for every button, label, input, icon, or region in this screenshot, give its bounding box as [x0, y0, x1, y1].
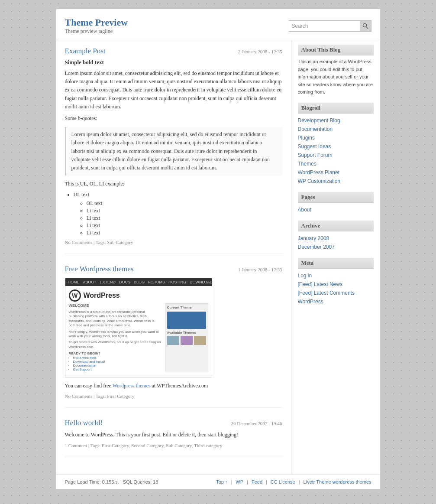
sidebar-about-text: This is an example of a WordPress page, … [298, 58, 374, 96]
wp-get-started: To get started with WordPress, set it up… [69, 340, 161, 349]
sidebar-item-wp-customization: WP Customization [298, 177, 374, 185]
post-bquote-intro: Some b-quotes: [65, 114, 282, 123]
post-bold-text: Simple bold text [65, 59, 282, 66]
footer-right: Top ↑ | WP | Feed | CC License | Livetr … [216, 479, 371, 484]
footer-feed-link[interactable]: Feed [252, 479, 262, 484]
sidebar-item-plugins: Plugins [298, 133, 374, 142]
sidebar-item-themes: Themes [298, 159, 374, 168]
wp-available-themes-label: Available Themes [167, 331, 206, 335]
sidebar-about-heading: About This Blog [298, 45, 374, 55]
list-item-li-2: Li text [87, 215, 282, 221]
sidebar-archive-section: Archive January 2008 December 2007 [298, 221, 374, 251]
wp-nav-forums: FORUMS [148, 280, 165, 284]
sidebar-pages-list: About [298, 205, 374, 214]
sidebar-pages-heading: Pages [298, 192, 374, 203]
sidebar-pages-section: Pages About [298, 192, 374, 214]
post-date-example: 2 January 2008 - 12:35 [238, 49, 282, 54]
sidebar-meta-section: Meta Log in [Feed] Latest News [Feed] La… [298, 258, 374, 306]
sidebar-blogroll-list: Development Blog Documentation Plugins S… [298, 116, 374, 185]
post-meta-example: No Comments | Tags: Sub Category [65, 240, 282, 245]
site-title: Theme Preview [65, 17, 128, 28]
sidebar-item-jan-2008: January 2008 [298, 234, 374, 243]
wp-ready-heading: READY TO BEGIN? [69, 351, 161, 356]
sidebar-about-section: About This Blog This is an example of a … [298, 45, 374, 96]
post-link-wp-themes[interactable]: Wordpress themes [113, 383, 151, 389]
post-hello-world: Hello world! 26 December 2007 - 19:46 We… [65, 419, 282, 457]
wp-welcome-heading: WELCOME [69, 303, 161, 309]
footer-top-link[interactable]: Top ↑ [216, 479, 227, 484]
post-example: Example Post 2 January 2008 - 12:35 Simp… [65, 47, 282, 254]
post-title-example[interactable]: Example Post [65, 47, 106, 55]
post-body-themes: You can easy find free Wordpress themes … [65, 382, 282, 390]
post-ul: UL text OL text Li text Li text Li text … [74, 192, 282, 236]
sidebar-item-support-forum: Support Forum [298, 151, 374, 159]
post-meta-hello: 1 Comment | Tags: First Category, Second… [65, 443, 282, 448]
svg-line-1 [366, 27, 368, 29]
post-body-after-link: at WPThemesArchive.com [151, 383, 208, 389]
sidebar-blogroll-heading: Blogroll [298, 103, 374, 114]
wp-body-text2: More simply, WordPress is what you use w… [69, 330, 161, 339]
post-ol: OL text Li text Li text Li text Li text [87, 200, 282, 236]
sidebar-item-about: About [298, 205, 374, 214]
post-body-example: Lorem ipsum dolor sit amet, consectetur … [65, 69, 282, 111]
wp-logo-circle: W [69, 289, 81, 302]
footer-wp-link[interactable]: WP [236, 479, 243, 484]
post-free-themes: Free Wordpress themes 1 January 2008 - 1… [65, 265, 282, 408]
site-tagline: Theme preview tagline [65, 28, 128, 35]
wp-nav-download: DOWNLOAD [190, 280, 212, 284]
sidebar-item-wp-planet: WordPress Planet [298, 168, 374, 177]
post-list-intro: This is UL, OL, LI example: [65, 180, 282, 188]
post-date-themes: 1 January 2008 - 12:33 [238, 267, 282, 272]
post-date-hello: 26 December 2007 - 19:46 [231, 421, 282, 426]
footer-cc-link[interactable]: CC License [271, 479, 295, 484]
sidebar-item-suggest-ideas: Suggest Ideas [298, 142, 374, 151]
list-item-li-1: Li text [87, 208, 282, 214]
wp-nav-blog: BLOG [134, 280, 145, 284]
list-item-ul: UL text [74, 192, 282, 198]
sidebar-archive-heading: Archive [298, 221, 374, 231]
svg-point-0 [363, 23, 367, 27]
sidebar-meta-heading: Meta [298, 258, 374, 269]
footer-load-time: Page Load Time: 0.155 s. | SQL Queries: … [65, 479, 158, 484]
wp-nav-extend: EXTEND [100, 280, 116, 284]
wp-current-theme-label: Current Theme [167, 306, 206, 310]
sidebar-archive-list: January 2008 December 2007 [298, 234, 374, 251]
sidebar-item-documentation: Documentation [298, 125, 374, 133]
post-body-hello: Welcome to WordPress. This is your first… [65, 431, 282, 439]
wp-nav-about: ABOUT [83, 280, 97, 284]
search-button[interactable] [360, 20, 371, 32]
sidebar-item-wordpress: WordPress [298, 297, 374, 306]
wp-ready-item-2: Download and install [73, 360, 161, 364]
post-body-before-link: You can easy find free [65, 383, 113, 389]
search-form [289, 20, 371, 32]
wp-ready-item-1: find a web host [73, 356, 161, 360]
wp-nav-home: HOME [68, 280, 80, 284]
magnifier-icon [362, 23, 368, 29]
sidebar-meta-list: Log in [Feed] Latest News [Feed] Latest … [298, 271, 374, 306]
wp-nav-hosting: HOSTING [168, 280, 186, 284]
wp-nav-docs: DOCS [119, 280, 130, 284]
sidebar-item-dev-blog: Development Blog [298, 116, 374, 125]
sidebar-item-login: Log in [298, 271, 374, 280]
wp-logo-text: WordPress [84, 292, 120, 299]
post-title-themes[interactable]: Free Wordpress themes [65, 265, 134, 273]
sidebar-item-feed-latest-news: [Feed] Latest News [298, 280, 374, 289]
post-meta-themes: No Comments | Tags: First Category [65, 393, 282, 399]
sidebar-item-feed-latest-comments: [Feed] Latest Comments [298, 289, 374, 297]
wp-ready-item-3: Documentation [73, 364, 161, 367]
wp-body-text: WordPress is a state-of-the-art semantic… [69, 310, 161, 328]
post-blockquote: Lorem ipsum dolor sit amet, consectetur … [65, 127, 282, 176]
post-title-hello[interactable]: Hello world! [65, 419, 103, 427]
post-image-themes: HOME ABOUT EXTEND DOCS BLOG FORUMS HOSTI… [65, 278, 212, 377]
list-item-li-3: Li text [87, 222, 282, 229]
sidebar-blogroll-section: Blogroll Development Blog Documentation … [298, 103, 374, 185]
search-input[interactable] [289, 20, 360, 32]
list-item-ol: OL text [87, 200, 282, 207]
sidebar-item-dec-2007: December 2007 [298, 243, 374, 251]
wp-ready-item-4: Get Support [73, 367, 161, 371]
footer-theme-link[interactable]: Livetr Theme wordpress themes [304, 479, 371, 484]
list-item-li-4: Li text [87, 230, 282, 236]
